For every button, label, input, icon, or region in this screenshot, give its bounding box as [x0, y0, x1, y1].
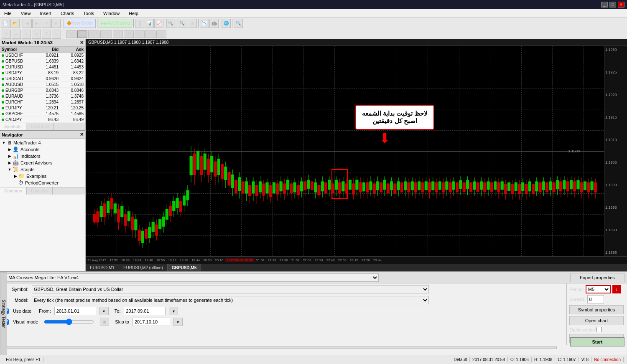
menu-file[interactable]: File — [2, 10, 14, 17]
ea-selector[interactable]: 2 MA Crosses Mega filter EA V1.ex4 — [3, 273, 379, 282]
model-select[interactable]: Every tick (the most precise method base… — [32, 296, 429, 304]
period-h1[interactable]: H1 — [113, 30, 123, 38]
chart-type-candle[interactable]: 📊 — [145, 19, 154, 28]
period-m15[interactable]: M15 — [88, 30, 99, 38]
optimization-checkbox[interactable] — [596, 327, 602, 332]
market-watch-row[interactable]: EURCHF 1.2894 1.2897 — [0, 99, 85, 105]
menu-view[interactable]: View — [18, 10, 33, 17]
menu-charts[interactable]: Charts — [58, 10, 76, 17]
market-watch-row[interactable]: GBPUSD 1.6339 1.6342 — [0, 58, 85, 64]
template-button[interactable]: T — [42, 30, 51, 39]
speed-slider[interactable] — [44, 318, 94, 325]
autotrading-button[interactable]: ▶▶ AutoTrading — [99, 19, 132, 28]
market-watch-row[interactable]: EURUSD 1.4451 1.4453 — [0, 64, 85, 70]
market-watch-row[interactable]: USDJPY 83.19 83.22 — [0, 70, 85, 76]
market-watch-row[interactable]: CADJPY 86.43 86.49 — [0, 117, 85, 123]
to-calendar-button[interactable]: ▾ — [169, 307, 178, 315]
zoom-in-button[interactable]: 🔍+ — [166, 19, 177, 28]
strategy-tester-vtab[interactable]: Strategy Tester — [0, 272, 7, 356]
svg-rect-191 — [421, 183, 424, 192]
period-select[interactable]: M5 — [586, 285, 611, 293]
period-m30[interactable]: M30 — [100, 30, 112, 38]
start-button[interactable]: Start — [570, 337, 624, 346]
tab-tick-chart[interactable]: Tick Chart — [26, 123, 54, 130]
svg-rect-169 — [383, 180, 386, 190]
navigator-close[interactable]: ✕ — [80, 132, 84, 137]
grid-button[interactable]: ⊞ — [188, 19, 197, 28]
maximize-button[interactable]: □ — [609, 2, 616, 8]
menu-insert[interactable]: Insert — [37, 10, 54, 17]
menu-tools[interactable]: Tools — [81, 10, 97, 17]
skip-to-calendar-button[interactable]: ▾ — [173, 318, 183, 326]
spread-input[interactable] — [587, 295, 604, 303]
properties-button[interactable]: ⚙ — [32, 30, 41, 39]
menu-help[interactable]: Help — [126, 10, 141, 17]
nav-tree-item[interactable]: ▶ 📁 Examples — [0, 173, 85, 179]
market-watch-row[interactable]: EURGBP 0.8843 0.8846 — [0, 88, 85, 94]
period-m5[interactable]: M5 — [77, 30, 87, 38]
period-w1[interactable]: W1 — [145, 30, 155, 38]
market-watch-row[interactable]: USDCHF 0.8921 0.8925 — [0, 53, 85, 58]
line-button[interactable]: — — [12, 30, 21, 39]
svg-rect-277 — [570, 181, 572, 189]
chart-type-bar[interactable]: ▐ — [135, 19, 144, 28]
market-watch-row[interactable]: USDCAD 0.9620 0.9624 — [0, 76, 85, 82]
chart-plot[interactable]: 1.1500 .bull { fill: #00cc00; stroke: #0… — [86, 46, 604, 256]
arrow-button[interactable]: ↖ — [52, 30, 61, 39]
pause-button[interactable]: ⏸ — [100, 318, 109, 326]
remove-button[interactable]: ✕ — [22, 30, 31, 39]
search-button[interactable]: 🔍 — [234, 19, 243, 28]
forward-button[interactable]: ▶ — [32, 19, 41, 28]
svg-rect-61 — [197, 151, 199, 169]
chart-tab-eurusd-m1[interactable]: EURUSD,M1 — [86, 264, 119, 271]
svg-rect-63 — [200, 157, 203, 175]
chart-tab-gbpusd-m5[interactable]: GBPUSD,M5 — [168, 264, 201, 271]
expert-properties-button[interactable]: Expert properties — [570, 273, 624, 282]
chart-tab-eurusd-m2[interactable]: EURUSD,M2 (offline) — [119, 264, 168, 271]
tab-symbols[interactable]: Symbols — [0, 123, 26, 130]
new-order-button[interactable]: 🔶 New Order — [64, 19, 96, 28]
svg-rect-163 — [373, 184, 375, 193]
nav-tree-item[interactable]: ⏱ PeriodConverter — [0, 179, 85, 186]
symbol-properties-button[interactable]: Symbol properties — [569, 305, 624, 314]
nav-tree-item[interactable]: ▶ 👤 Accounts — [0, 146, 85, 153]
back-button[interactable]: ◀ — [23, 19, 32, 28]
from-calendar-button[interactable]: ▾ — [99, 307, 109, 315]
symbol-select[interactable]: GBPUSD, Great Britain Pound vs US Dollar — [32, 285, 429, 293]
refresh-button[interactable]: ↺ — [42, 19, 51, 28]
skip-to-input[interactable] — [133, 318, 170, 326]
to-date-input[interactable] — [124, 307, 166, 315]
from-date-input[interactable] — [54, 307, 96, 315]
nav-tab-common[interactable]: Common — [0, 187, 27, 195]
market-watch-row[interactable]: EURAUD 1.3736 1.3748 — [0, 94, 85, 99]
period-m1[interactable]: M1 — [66, 30, 76, 38]
period-spin-button[interactable]: ↕ — [612, 285, 621, 293]
market-watch-row[interactable]: GBPCHF 1.4575 1.4585 — [0, 111, 85, 117]
minimize-button[interactable]: _ — [601, 2, 608, 8]
period-mn[interactable]: MN — [156, 30, 166, 38]
open-chart-button[interactable]: Open chart — [569, 316, 624, 325]
zoom-out-button[interactable]: 🔍- — [178, 19, 187, 28]
nav-tree-item[interactable]: ▼ 📜 Scripts — [0, 166, 85, 173]
chart-type-line[interactable]: 📈 — [154, 19, 163, 28]
nav-tab-favorites[interactable]: Favorites — [27, 187, 53, 195]
period-h4[interactable]: H4 — [124, 30, 134, 38]
close-button[interactable]: ✕ — [618, 2, 624, 8]
menu-window[interactable]: Window — [101, 10, 122, 17]
open-button[interactable]: 📂 — [10, 19, 20, 28]
period-d1[interactable]: D1 — [135, 30, 145, 38]
crosshair-button[interactable]: ✛ — [2, 30, 11, 39]
expert-button[interactable]: 🤖 — [209, 19, 219, 28]
svg-rect-237 — [501, 182, 503, 190]
market-watch-row[interactable]: EURJPY 120.21 120.25 — [0, 105, 85, 111]
new-file-button[interactable]: 📄 — [1, 19, 10, 28]
market-watch-close[interactable]: ✕ — [80, 40, 84, 46]
nav-tree-item[interactable]: ▶ 🤖 Expert Advisors — [0, 159, 85, 166]
connect-button[interactable]: 🌐 — [222, 19, 231, 28]
nav-tree-item[interactable]: ▼ 🖥 MetaTrader 4 — [0, 139, 85, 146]
svg-rect-287 — [587, 183, 590, 192]
stop-button[interactable]: ■ — [51, 19, 61, 28]
market-watch-row[interactable]: AUDUSD 1.0515 1.0518 — [0, 82, 85, 88]
indicator-button[interactable]: 📉 — [200, 19, 209, 28]
nav-tree-item[interactable]: ▶ 📊 Indicators — [0, 153, 85, 159]
